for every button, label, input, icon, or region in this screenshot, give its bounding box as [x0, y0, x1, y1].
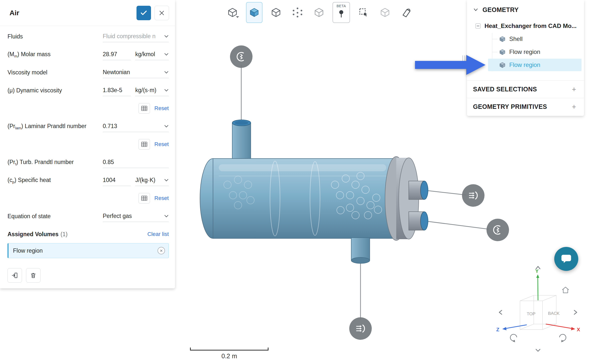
laminar-prandtl-input[interactable]: 0.713	[103, 121, 169, 132]
shaded-cube-icon	[249, 7, 260, 18]
fluids-dropdown[interactable]: Fluid compressible n	[103, 31, 169, 42]
geometry-primitives-section[interactable]: GEOMETRY PRIMITIVES +	[467, 98, 584, 115]
specific-heat-input[interactable]: 1004	[103, 175, 131, 186]
collapse-icon[interactable]	[476, 23, 480, 28]
specific-heat-label: (cp) Specific heat	[8, 177, 103, 184]
table-input-button[interactable]	[138, 193, 150, 203]
reset-row-viscosity: Reset	[8, 99, 169, 117]
wireframe-cube-icon	[271, 7, 281, 18]
dynamic-viscosity-input[interactable]: 1.83e-5	[103, 85, 131, 96]
bc-badge-right-lower[interactable]	[486, 219, 509, 241]
tube-side-end[interactable]	[385, 157, 428, 240]
molar-mass-input[interactable]: 28.97	[103, 49, 131, 60]
import-assignment-button[interactable]	[8, 268, 22, 283]
field-row-dynamic-viscosity: (μ) Dynamic viscosity 1.83e-5 kg/(s·m)	[8, 81, 169, 99]
bc-badge-bottom[interactable]	[349, 317, 372, 340]
application-window: Air Fluids Fluid compressible n	[0, 0, 589, 364]
heat-exchanger-shell[interactable]	[200, 159, 398, 238]
geometry-section-header[interactable]: GEOMETRY	[467, 0, 584, 19]
table-input-button[interactable]	[138, 139, 150, 150]
chevron-down-icon	[164, 124, 168, 128]
viscosity-model-label: Viscosity model	[8, 69, 103, 76]
scale-bar-label: 0.2 m	[190, 353, 268, 360]
rotate-right-chevron[interactable]	[574, 310, 577, 314]
assigned-volume-name: Flow region	[13, 247, 43, 254]
wireframe-view-button[interactable]	[268, 2, 284, 23]
rotate-down-chevron[interactable]	[536, 349, 540, 351]
specific-heat-unit-dropdown[interactable]: J/(kg·K)	[135, 175, 169, 186]
viscosity-model-dropdown[interactable]: Newtonian	[103, 67, 169, 78]
home-view-icon[interactable]	[562, 287, 569, 293]
box-select-button[interactable]	[356, 2, 372, 23]
field-row-laminar-prandtl: (Prlam) Laminar Prandtl number 0.713	[8, 117, 169, 135]
field-row-turb-prandtl: (Prt) Turb. Prandtl number 0.85	[8, 153, 169, 171]
clear-list-link[interactable]: Clear list	[147, 231, 169, 237]
shaded-view-button[interactable]	[246, 2, 262, 23]
turb-prandtl-input[interactable]: 0.85	[103, 157, 169, 168]
axis-y: Y	[535, 268, 539, 300]
table-input-button[interactable]	[138, 103, 150, 114]
assigned-volume-item[interactable]: Flow region ×	[8, 243, 169, 258]
assigned-volumes-header: Assigned Volumes (1) Clear list	[8, 225, 169, 243]
fluids-value: Fluid compressible n	[103, 33, 156, 40]
bc-badge-top[interactable]	[230, 45, 252, 68]
tree-root-label: Heat_Exchanger from CAD Mo...	[484, 22, 576, 29]
cancel-button[interactable]	[154, 6, 169, 20]
cube-face-top-label[interactable]: TOP	[527, 312, 536, 316]
outlet-nozzle-bottom[interactable]	[351, 238, 370, 263]
svg-text:X: X	[577, 327, 580, 332]
chevron-down-icon	[164, 70, 168, 74]
laminar-prandtl-label: (Prlam) Laminar Prandtl number	[8, 123, 103, 130]
remove-assignment-icon[interactable]: ×	[158, 247, 165, 254]
molar-mass-unit-dropdown[interactable]: kg/kmol	[135, 49, 169, 60]
panel-header: Air	[0, 0, 175, 26]
chevron-down-icon	[473, 7, 478, 12]
measure-button[interactable]	[398, 2, 414, 23]
chevron-down-icon	[164, 34, 168, 38]
equation-of-state-dropdown[interactable]: Perfect gas	[103, 210, 169, 222]
chevron-down-icon	[164, 88, 168, 92]
chevron-down-icon	[164, 178, 168, 182]
view-mode-button[interactable]	[224, 2, 240, 23]
apply-button[interactable]	[136, 6, 151, 20]
annotation-arrow	[415, 52, 488, 78]
field-row-specific-heat: (cp) Specific heat 1004 J/(kg·K)	[8, 171, 169, 189]
table-icon	[141, 106, 147, 111]
add-geometry-primitive-button[interactable]: +	[568, 101, 580, 112]
cube-face-back-label[interactable]: BACK	[548, 311, 560, 316]
tree-item-shell[interactable]: Shell	[467, 32, 584, 45]
orientation-gizmo[interactable]: TOP BACK Y X Z	[489, 263, 588, 363]
import-icon	[11, 272, 18, 279]
rotate-left-chevron[interactable]	[499, 310, 502, 314]
reset-link[interactable]: Reset	[154, 195, 169, 201]
isolate-view-button[interactable]	[377, 2, 393, 23]
molar-mass-label: (Mm) Molar mass	[8, 51, 103, 58]
chevron-down-icon	[164, 213, 168, 217]
dynamic-viscosity-label: (μ) Dynamic viscosity	[8, 87, 103, 94]
geometry-cube-icon	[499, 49, 506, 55]
probe-point-button[interactable]: BETA	[332, 2, 350, 23]
roll-cw-icon[interactable]	[560, 334, 566, 342]
geometry-cube-icon	[499, 36, 506, 42]
scale-bar-line	[190, 348, 268, 351]
probe-pin-icon	[336, 8, 346, 19]
saved-selections-section[interactable]: SAVED SELECTIONS +	[467, 80, 584, 98]
reset-link[interactable]: Reset	[154, 105, 169, 112]
table-icon	[141, 196, 147, 201]
saved-selections-title: SAVED SELECTIONS	[473, 86, 537, 93]
reset-link[interactable]: Reset	[154, 141, 169, 148]
turb-prandtl-label: (Prt) Turb. Prandtl number	[8, 159, 103, 166]
support-chat-button[interactable]	[554, 247, 578, 271]
bc-badge-right-upper[interactable]	[462, 184, 484, 207]
field-row-viscosity-model: Viscosity model Newtonian	[8, 63, 169, 81]
svg-text:Y: Y	[535, 268, 539, 274]
roll-ccw-icon[interactable]	[510, 334, 517, 342]
vertices-view-button[interactable]	[290, 2, 306, 23]
delete-button[interactable]	[26, 268, 40, 283]
axis-x: X	[546, 324, 580, 332]
svg-text:Z: Z	[496, 327, 499, 332]
dynamic-viscosity-unit-dropdown[interactable]: kg/(s·m)	[135, 85, 169, 96]
transparent-view-button[interactable]	[311, 2, 327, 23]
add-saved-selection-button[interactable]: +	[568, 84, 580, 95]
tree-root-row[interactable]: Heat_Exchanger from CAD Mo...	[467, 19, 584, 32]
